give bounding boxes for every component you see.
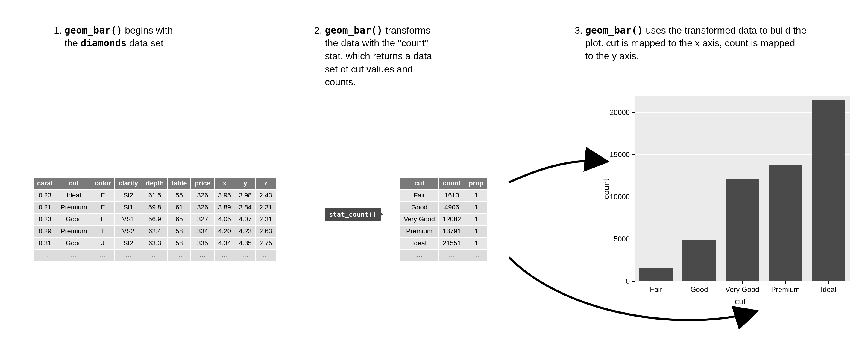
cell: Premium: [57, 201, 91, 213]
col-header: depth: [142, 177, 167, 189]
cell: …: [33, 249, 57, 261]
step-3-code: geom_bar(): [585, 25, 643, 36]
diamonds-table: caratcutcolorclaritydepthtablepricexyz0.…: [33, 177, 277, 261]
y-tick: 5000: [606, 235, 630, 243]
step-1-bold: diamonds: [81, 37, 127, 49]
x-tick: Good: [678, 285, 720, 294]
cell: 3.95: [214, 189, 235, 201]
col-header: table: [167, 177, 191, 189]
step-1-t3: data set: [127, 38, 163, 48]
bar: [682, 240, 716, 281]
cell: 335: [191, 237, 214, 249]
cell: …: [439, 249, 465, 261]
bar: [769, 165, 802, 281]
cell: …: [400, 249, 439, 261]
step-3-t3: to the y axis.: [585, 51, 639, 61]
cell: 334: [191, 225, 214, 237]
cell: Good: [57, 237, 91, 249]
cell: 62.4: [142, 225, 167, 237]
cell: …: [167, 249, 191, 261]
cell: Premium: [400, 225, 439, 237]
cell: 1: [465, 237, 487, 249]
cell: Fair: [400, 189, 439, 201]
cell: Good: [57, 213, 91, 225]
cell: …: [142, 249, 167, 261]
step-2-t4: set of cut values and: [325, 64, 413, 74]
cell: 2.31: [256, 213, 276, 225]
step-3-num: 3.: [575, 25, 583, 36]
bar: [725, 180, 759, 281]
cell: 58: [167, 225, 191, 237]
y-tick: 20000: [606, 108, 630, 117]
cell: SI1: [115, 201, 142, 213]
cell: E: [91, 201, 115, 213]
cell: VS1: [115, 213, 142, 225]
cell: 3.98: [235, 189, 256, 201]
cell: 1: [465, 213, 487, 225]
step-1: 1. geom_bar() begins with the diamonds d…: [54, 24, 173, 50]
step-3: 3. geom_bar() uses the transformed data …: [575, 24, 806, 63]
cell: 1610: [439, 189, 465, 201]
cell: 63.3: [142, 237, 167, 249]
cell: …: [91, 249, 115, 261]
cell: 3.84: [235, 201, 256, 213]
y-axis-label: count: [601, 179, 611, 200]
step-2-t3: stat, which returns a data: [325, 51, 432, 61]
col-header: x: [214, 177, 235, 189]
cell: 4.34: [214, 237, 235, 249]
cell: VS2: [115, 225, 142, 237]
cell: Good: [400, 201, 439, 213]
x-tick: Fair: [635, 285, 677, 294]
y-tick: 0: [606, 277, 630, 285]
cell: …: [191, 249, 214, 261]
cell: 21551: [439, 237, 465, 249]
col-header: y: [235, 177, 256, 189]
step-1-t2: the: [65, 38, 81, 48]
cell: …: [57, 249, 91, 261]
cell: …: [256, 249, 276, 261]
cell: I: [91, 225, 115, 237]
col-header: price: [191, 177, 214, 189]
cell: 0.31: [33, 237, 57, 249]
cell: …: [115, 249, 142, 261]
cell: E: [91, 213, 115, 225]
step-2: 2. geom_bar() transforms the data with t…: [314, 24, 432, 89]
step-3-t2: plot. cut is mapped to the x axis, count…: [585, 38, 795, 48]
x-tick: Premium: [765, 285, 806, 294]
cell: Premium: [57, 225, 91, 237]
step-2-t1: transforms: [382, 25, 430, 36]
step-2-t2: the data with the "count": [325, 38, 428, 48]
cell: 2.31: [256, 201, 276, 213]
cell: 4.35: [235, 237, 256, 249]
cell: SI2: [115, 237, 142, 249]
cell: 4.05: [214, 213, 235, 225]
cell: 2.43: [256, 189, 276, 201]
x-tick: Ideal: [808, 285, 849, 294]
cell: 326: [191, 189, 214, 201]
step-1-t1: begins with: [122, 25, 173, 36]
stat-count-arrow-icon: [376, 208, 383, 221]
step-1-code: geom_bar(): [65, 25, 122, 36]
cell: Very Good: [400, 213, 439, 225]
cell: 1: [465, 189, 487, 201]
cell: 0.29: [33, 225, 57, 237]
cell: 56.9: [142, 213, 167, 225]
cell: 65: [167, 213, 191, 225]
cell: 4.07: [235, 213, 256, 225]
cell: 4.23: [235, 225, 256, 237]
cell: 61: [167, 201, 191, 213]
stat-count-label: stat_count(): [325, 208, 381, 221]
cell: 55: [167, 189, 191, 201]
step-2-t5: counts.: [325, 76, 356, 87]
bar: [812, 100, 845, 281]
col-header: count: [439, 177, 465, 189]
cell: …: [465, 249, 487, 261]
cell: 61.5: [142, 189, 167, 201]
cell: 0.21: [33, 201, 57, 213]
step-1-num: 1.: [54, 25, 62, 36]
cell: E: [91, 189, 115, 201]
cell: 3.89: [214, 201, 235, 213]
cell: 327: [191, 213, 214, 225]
cell: 59.8: [142, 201, 167, 213]
cell: SI2: [115, 189, 142, 201]
